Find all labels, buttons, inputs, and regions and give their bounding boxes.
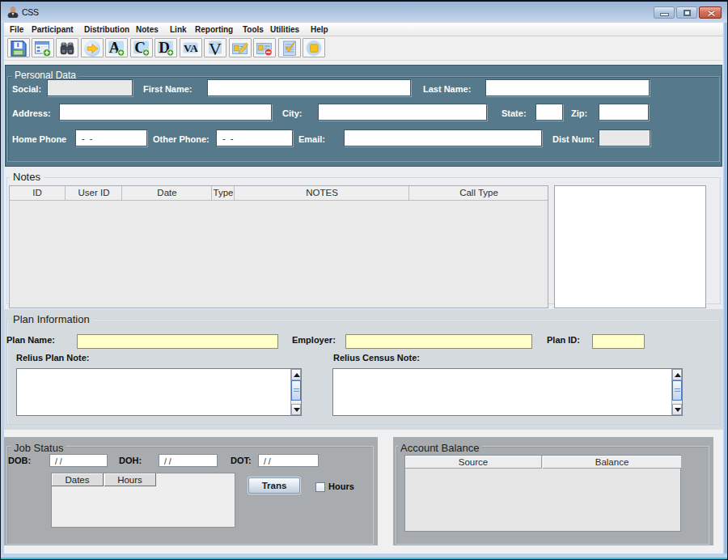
svg-text:VA: VA xyxy=(184,42,198,54)
svg-text:V: V xyxy=(209,39,222,58)
